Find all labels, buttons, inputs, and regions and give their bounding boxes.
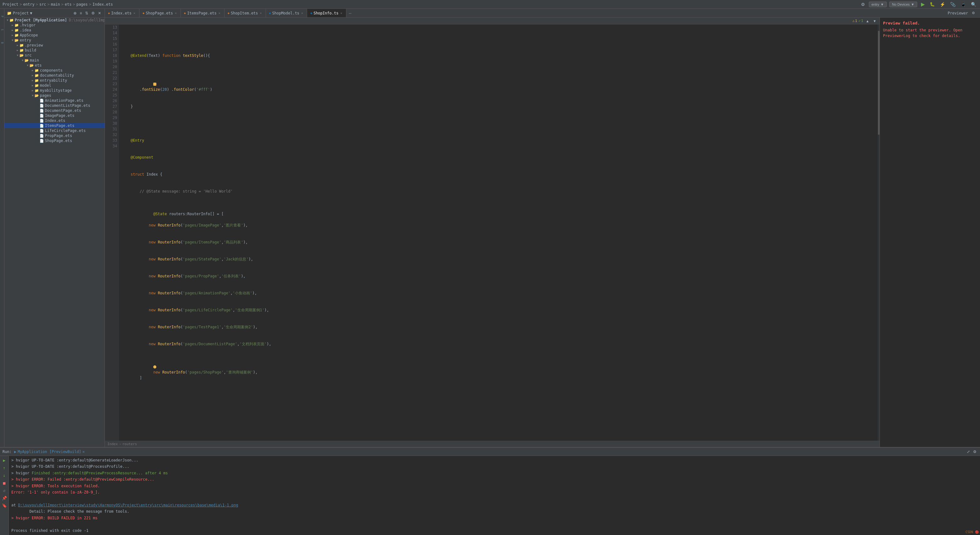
device-manager-button[interactable]: 📱	[959, 1, 967, 8]
documentlistpage-file-icon: 📄	[40, 103, 44, 108]
tree-item-lifecirclepage[interactable]: ▶ 📄 LifeCirclePage.ets	[5, 128, 105, 133]
tree-item-entry[interactable]: ▼ 📂 entry	[5, 38, 105, 43]
entry-dropdown[interactable]: entry ▼	[869, 2, 887, 7]
tree-item-pages[interactable]: ▼ 📂 pages	[5, 93, 105, 98]
stop-button[interactable]: ■	[1, 480, 8, 486]
ok-icon: ✓	[859, 19, 861, 23]
app-tab[interactable]: ▶ MyApplication [PreviewBuild] ✕	[14, 449, 85, 454]
tab-shopitem-ets[interactable]: ◆ ShopItem.ets ✕	[224, 9, 266, 17]
panel-sort-button[interactable]: ⇅	[84, 11, 89, 16]
panel-settings2-button[interactable]: ⚙	[972, 449, 977, 454]
tab-itemspage-close[interactable]: ✕	[218, 11, 221, 15]
tab-index-icon: ◆	[108, 11, 110, 15]
pin-button[interactable]: 📌	[1, 495, 8, 501]
code-line-16: .fontSize(20)	[121, 87, 875, 92]
code-line-14: @Extend(Text) function textStyle(){	[121, 53, 875, 59]
tab-shopinfo-ts[interactable]: ◆ ShopInfo.ts ✕	[307, 9, 346, 17]
panel-localize-button[interactable]: ⊕	[73, 11, 78, 16]
tree-item-documentlistpage[interactable]: ▶ 📄 DocumentListPage.ets	[5, 103, 105, 108]
tree-item-ets[interactable]: ▼ 📂 ets	[5, 63, 105, 68]
tab-shopitem-close[interactable]: ✕	[259, 11, 262, 15]
bottom-console[interactable]: > hvigor UP-TO-DATE :entry:default@Gener…	[9, 456, 980, 535]
tree-item-components[interactable]: ▶ 📁 components	[5, 68, 105, 73]
sidebar-structure-icon[interactable]: S	[0, 23, 4, 36]
tree-item-imagepage[interactable]: ▶ 📄 ImagePage.ets	[5, 113, 105, 118]
tree-item-root[interactable]: ▼ 📁 Project [MyApplication] D:\suyou\del…	[5, 18, 105, 22]
panel-collapse-button[interactable]: ≡	[79, 11, 83, 16]
previewer-settings-button[interactable]: ⚙	[970, 10, 976, 16]
hvigor-arrow-icon: ▶	[11, 24, 14, 27]
bookmark-icon[interactable]: 🔖	[1, 502, 8, 509]
error-file-link[interactable]: D:\suyou\dellImport\interview\study\Harm…	[18, 503, 238, 507]
code-editor[interactable]: ⚠ 1 ✓ 1 ▲ ▼ 13 14	[105, 18, 880, 447]
run-action-button[interactable]: ▶	[1, 457, 8, 463]
project-panel-header: 📁 Project ▼ ⊕ ≡ ⇅ ⚙ ✕	[5, 9, 105, 18]
shoppage-label: ShopPage.ets	[45, 139, 72, 143]
toolbar-down-button[interactable]: ▼	[872, 19, 878, 24]
sidebar-project-icon[interactable]: P	[0, 10, 4, 22]
code-line-34	[121, 392, 875, 398]
rerun-button[interactable]: ↺	[1, 487, 8, 494]
entry-arrow-icon: ▼	[11, 39, 14, 42]
tab-index-ets[interactable]: ◆ Index.ets ✕	[105, 9, 139, 17]
tree-item-documentpage[interactable]: ▶ 📄 DocumentPage.ets	[5, 108, 105, 113]
tree-item-proppage[interactable]: ▶ 📄 PropPage.ets	[5, 133, 105, 138]
tree-item-documentability[interactable]: ▶ 📁 documentability	[5, 73, 105, 78]
no-devices-button[interactable]: No Devices ▼	[889, 2, 917, 7]
root-arrow-icon: ▼	[6, 19, 10, 22]
model-arrow-icon: ▶	[31, 84, 35, 87]
sidebar-bookmark-icon[interactable]: B	[0, 37, 4, 49]
panel-settings-button[interactable]: ⚙	[91, 11, 96, 16]
tree-item-entryability[interactable]: ▶ 📁 entryability	[5, 78, 105, 83]
scroll-up-button[interactable]: ↑	[1, 465, 8, 471]
project-panel: 📁 Project ▼ ⊕ ≡ ⇅ ⚙ ✕ ▼ 📁 Project [MyApp…	[5, 9, 105, 447]
code-line-20: @Component	[121, 154, 875, 160]
tab-shoppage-close[interactable]: ✕	[174, 11, 177, 15]
tree-item-model[interactable]: ▶ 📁 model	[5, 83, 105, 88]
warning-count: 1	[855, 19, 857, 23]
ok-badge: ✓ 1	[859, 19, 863, 23]
toolbar-up-button[interactable]: ▲	[864, 19, 870, 24]
tree-item-build[interactable]: ▶ 📁 build	[5, 48, 105, 53]
lifecirclepage-file-icon: 📄	[40, 129, 44, 133]
tree-item-idea[interactable]: ▶ 📁 .idea	[5, 28, 105, 33]
settings-button[interactable]: ⚙	[860, 1, 866, 8]
code-line-30: new RouterInfo('pages/TestPage1','生命周期案例…	[121, 324, 875, 330]
tree-item-preview[interactable]: ▶ 📁 .preview	[5, 43, 105, 48]
tab-shopmodel-ts[interactable]: ◆ ShopModel.ts ✕	[266, 9, 307, 17]
model-label: model	[40, 83, 51, 88]
tab-shoppage-ets[interactable]: ◆ ShopPage.ets ✕	[139, 9, 181, 17]
tab-index-close[interactable]: ✕	[133, 11, 136, 15]
previewer-label: Previewer	[948, 11, 968, 15]
hvigor-folder-icon: 📁	[14, 23, 19, 27]
editor-scrollbar[interactable]	[878, 24, 880, 441]
tree-item-src[interactable]: ▼ 📂 src	[5, 53, 105, 58]
tab-itemspage-ets[interactable]: ◆ ItemsPage.ets ✕	[181, 9, 224, 17]
panel-maximize-button[interactable]: ⤢	[966, 449, 971, 454]
shoppage-file-icon: 📄	[40, 139, 44, 143]
profile-button[interactable]: ⚡	[939, 1, 947, 8]
scroll-down-button[interactable]: ↓	[1, 472, 8, 478]
tree-item-indexets[interactable]: ▶ 📄 Index.ets	[5, 118, 105, 123]
tree-item-main[interactable]: ▼ 📂 main	[5, 58, 105, 63]
tree-item-shoppage[interactable]: ▶ 📄 ShopPage.ets	[5, 138, 105, 143]
tree-item-appscope[interactable]: ▶ 📁 AppScope	[5, 33, 105, 38]
tree-item-myabilitystage[interactable]: ▶ 📁 myabilitystage	[5, 88, 105, 93]
tab-shopmodel-close[interactable]: ✕	[301, 11, 304, 15]
tree-item-itemspage[interactable]: ▶ 📄 ItemsPage.ets	[5, 123, 105, 128]
panel-close-button[interactable]: ✕	[97, 11, 102, 16]
tab-more-button[interactable]: ⋯	[346, 11, 354, 16]
search-button[interactable]: 🔍	[970, 1, 977, 8]
debug-button[interactable]: 🐛	[929, 1, 936, 7]
tab-shopinfo-close[interactable]: ✕	[340, 11, 343, 15]
tree-item-hvigor[interactable]: ▶ 📁 .hvigor	[5, 22, 105, 28]
entryability-folder-icon: 📁	[35, 78, 39, 83]
code-body[interactable]: 13 14 15 16 17 18 19 20 21 22 23 24 25 2…	[105, 24, 880, 441]
editor-status-breadcrumb: Index › routers	[105, 441, 880, 447]
run-button[interactable]: ▶	[920, 1, 926, 8]
app-tab-icon: ▶	[14, 449, 16, 454]
components-arrow-icon: ▶	[31, 69, 35, 72]
tree-item-animationpage[interactable]: ▶ 📄 AnimationPage.ets	[5, 98, 105, 103]
attach-button[interactable]: 📎	[949, 1, 957, 8]
project-panel-title: 📁 Project ▼	[7, 11, 32, 15]
